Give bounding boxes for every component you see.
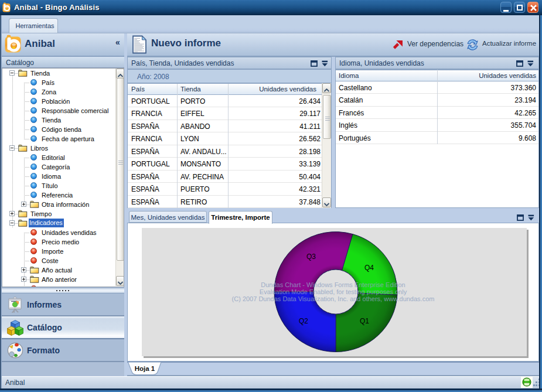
svg-text:Q3: Q3 bbox=[306, 253, 316, 261]
svg-text:Q1: Q1 bbox=[360, 317, 369, 325]
svg-text:Hoja 1: Hoja 1 bbox=[135, 365, 155, 372]
svg-text:Q2: Q2 bbox=[299, 317, 308, 325]
svg-text:Q4: Q4 bbox=[364, 264, 374, 272]
